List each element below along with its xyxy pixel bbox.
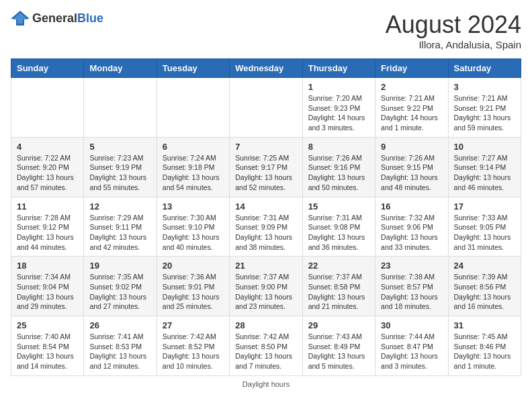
calendar-day-cell: 7Sunrise: 7:25 AM Sunset: 9:17 PM Daylig… [230, 137, 302, 197]
calendar-day-cell [230, 78, 302, 138]
day-info: Sunrise: 7:31 AM Sunset: 9:08 PM Dayligh… [308, 213, 369, 253]
calendar-day-cell: 5Sunrise: 7:23 AM Sunset: 9:19 PM Daylig… [84, 137, 157, 197]
header-wednesday: Wednesday [230, 59, 302, 78]
day-number: 5 [89, 142, 150, 152]
day-info: Sunrise: 7:45 AM Sunset: 8:46 PM Dayligh… [454, 332, 515, 371]
logo: GeneralBlue [11, 11, 103, 26]
svg-marker-1 [13, 13, 28, 24]
day-number: 11 [17, 201, 78, 212]
day-number: 12 [89, 201, 150, 212]
calendar-day-cell: 24Sunrise: 7:39 AM Sunset: 8:56 PM Dayli… [448, 257, 521, 316]
calendar-day-cell: 10Sunrise: 7:27 AM Sunset: 9:14 PM Dayli… [448, 137, 521, 197]
day-number: 16 [381, 201, 442, 212]
day-number: 3 [454, 82, 515, 92]
calendar-day-cell: 12Sunrise: 7:29 AM Sunset: 9:11 PM Dayli… [84, 197, 157, 257]
day-number: 8 [308, 142, 369, 152]
calendar-day-cell: 1Sunrise: 7:20 AM Sunset: 9:23 PM Daylig… [302, 78, 375, 138]
calendar-day-cell: 31Sunrise: 7:45 AM Sunset: 8:46 PM Dayli… [448, 316, 521, 376]
calendar-day-cell: 25Sunrise: 7:40 AM Sunset: 8:54 PM Dayli… [11, 316, 84, 376]
calendar-day-cell: 18Sunrise: 7:34 AM Sunset: 9:04 PM Dayli… [11, 257, 84, 316]
day-number: 2 [381, 82, 442, 92]
day-info: Sunrise: 7:20 AM Sunset: 9:23 PM Dayligh… [308, 93, 369, 133]
calendar-day-cell: 21Sunrise: 7:37 AM Sunset: 9:00 PM Dayli… [230, 257, 302, 316]
calendar-day-cell: 4Sunrise: 7:22 AM Sunset: 9:20 PM Daylig… [11, 137, 84, 197]
day-info: Sunrise: 7:26 AM Sunset: 9:15 PM Dayligh… [381, 153, 442, 193]
calendar-day-cell: 14Sunrise: 7:31 AM Sunset: 9:09 PM Dayli… [230, 197, 302, 257]
calendar-day-cell: 11Sunrise: 7:28 AM Sunset: 9:12 PM Dayli… [11, 197, 84, 257]
day-number: 29 [308, 320, 369, 330]
day-number: 6 [163, 142, 224, 152]
header-saturday: Saturday [448, 59, 521, 78]
day-number: 19 [89, 261, 150, 271]
calendar-week-row: 4Sunrise: 7:22 AM Sunset: 9:20 PM Daylig… [11, 137, 521, 197]
calendar-day-cell [11, 78, 84, 138]
calendar-week-row: 18Sunrise: 7:34 AM Sunset: 9:04 PM Dayli… [11, 257, 521, 316]
day-info: Sunrise: 7:30 AM Sunset: 9:10 PM Dayligh… [163, 213, 224, 253]
day-number: 23 [381, 261, 442, 271]
day-info: Sunrise: 7:25 AM Sunset: 9:17 PM Dayligh… [235, 153, 296, 193]
calendar-header-row: Sunday Monday Tuesday Wednesday Thursday… [11, 59, 521, 78]
day-info: Sunrise: 7:29 AM Sunset: 9:11 PM Dayligh… [89, 213, 150, 253]
calendar-day-cell: 17Sunrise: 7:33 AM Sunset: 9:05 PM Dayli… [448, 197, 521, 257]
day-number: 17 [454, 201, 515, 212]
calendar-day-cell: 20Sunrise: 7:36 AM Sunset: 9:01 PM Dayli… [157, 257, 229, 316]
day-info: Sunrise: 7:40 AM Sunset: 8:54 PM Dayligh… [17, 332, 78, 371]
page-header: GeneralBlue August 2024 Illora, Andalusi… [11, 11, 521, 50]
day-number: 21 [235, 261, 296, 271]
day-number: 9 [381, 142, 442, 152]
day-number: 20 [163, 261, 224, 271]
logo-general: General [32, 11, 77, 25]
calendar-week-row: 25Sunrise: 7:40 AM Sunset: 8:54 PM Dayli… [11, 316, 521, 376]
day-number: 1 [308, 82, 369, 92]
title-section: August 2024 Illora, Andalusia, Spain [386, 11, 521, 50]
header-tuesday: Tuesday [157, 59, 229, 78]
day-info: Sunrise: 7:34 AM Sunset: 9:04 PM Dayligh… [17, 272, 78, 312]
logo-icon [11, 11, 30, 26]
calendar-day-cell: 26Sunrise: 7:41 AM Sunset: 8:53 PM Dayli… [84, 316, 157, 376]
day-info: Sunrise: 7:36 AM Sunset: 9:01 PM Dayligh… [163, 272, 224, 312]
calendar-day-cell: 27Sunrise: 7:42 AM Sunset: 8:52 PM Dayli… [157, 316, 229, 376]
calendar-table: Sunday Monday Tuesday Wednesday Thursday… [11, 58, 521, 376]
day-info: Sunrise: 7:23 AM Sunset: 9:19 PM Dayligh… [89, 153, 150, 193]
day-info: Sunrise: 7:31 AM Sunset: 9:09 PM Dayligh… [235, 213, 296, 253]
calendar-day-cell: 23Sunrise: 7:38 AM Sunset: 8:57 PM Dayli… [375, 257, 448, 316]
calendar-day-cell: 3Sunrise: 7:21 AM Sunset: 9:21 PM Daylig… [448, 78, 521, 138]
day-number: 14 [235, 201, 296, 212]
day-info: Sunrise: 7:21 AM Sunset: 9:22 PM Dayligh… [381, 93, 442, 133]
day-info: Sunrise: 7:28 AM Sunset: 9:12 PM Dayligh… [17, 213, 78, 253]
calendar-day-cell: 28Sunrise: 7:42 AM Sunset: 8:50 PM Dayli… [230, 316, 302, 376]
day-number: 31 [454, 320, 515, 330]
footer-note: Daylight hours [11, 380, 521, 388]
header-thursday: Thursday [302, 59, 375, 78]
day-number: 7 [235, 142, 296, 152]
day-info: Sunrise: 7:41 AM Sunset: 8:53 PM Dayligh… [89, 332, 150, 371]
day-info: Sunrise: 7:42 AM Sunset: 8:52 PM Dayligh… [163, 332, 224, 371]
day-info: Sunrise: 7:32 AM Sunset: 9:06 PM Dayligh… [381, 213, 442, 253]
day-info: Sunrise: 7:27 AM Sunset: 9:14 PM Dayligh… [454, 153, 515, 193]
location: Illora, Andalusia, Spain [386, 39, 521, 50]
calendar-day-cell: 2Sunrise: 7:21 AM Sunset: 9:22 PM Daylig… [375, 78, 448, 138]
day-info: Sunrise: 7:43 AM Sunset: 8:49 PM Dayligh… [308, 332, 369, 371]
logo-blue: Blue [77, 11, 103, 25]
header-sunday: Sunday [11, 59, 84, 78]
day-info: Sunrise: 7:22 AM Sunset: 9:20 PM Dayligh… [17, 153, 78, 193]
day-info: Sunrise: 7:44 AM Sunset: 8:47 PM Dayligh… [381, 332, 442, 371]
day-number: 4 [17, 142, 78, 152]
day-info: Sunrise: 7:42 AM Sunset: 8:50 PM Dayligh… [235, 332, 296, 371]
day-info: Sunrise: 7:35 AM Sunset: 9:02 PM Dayligh… [89, 272, 150, 312]
day-info: Sunrise: 7:38 AM Sunset: 8:57 PM Dayligh… [381, 272, 442, 312]
calendar-day-cell: 6Sunrise: 7:24 AM Sunset: 9:18 PM Daylig… [157, 137, 229, 197]
day-number: 27 [163, 320, 224, 330]
day-number: 10 [454, 142, 515, 152]
calendar-day-cell: 9Sunrise: 7:26 AM Sunset: 9:15 PM Daylig… [375, 137, 448, 197]
calendar-day-cell: 8Sunrise: 7:26 AM Sunset: 9:16 PM Daylig… [302, 137, 375, 197]
day-number: 18 [17, 261, 78, 271]
day-number: 30 [381, 320, 442, 330]
day-number: 22 [308, 261, 369, 271]
calendar-day-cell: 30Sunrise: 7:44 AM Sunset: 8:47 PM Dayli… [375, 316, 448, 376]
calendar-day-cell: 15Sunrise: 7:31 AM Sunset: 9:08 PM Dayli… [302, 197, 375, 257]
day-info: Sunrise: 7:26 AM Sunset: 9:16 PM Dayligh… [308, 153, 369, 193]
day-info: Sunrise: 7:24 AM Sunset: 9:18 PM Dayligh… [163, 153, 224, 193]
day-number: 13 [163, 201, 224, 212]
month-year: August 2024 [386, 11, 521, 39]
